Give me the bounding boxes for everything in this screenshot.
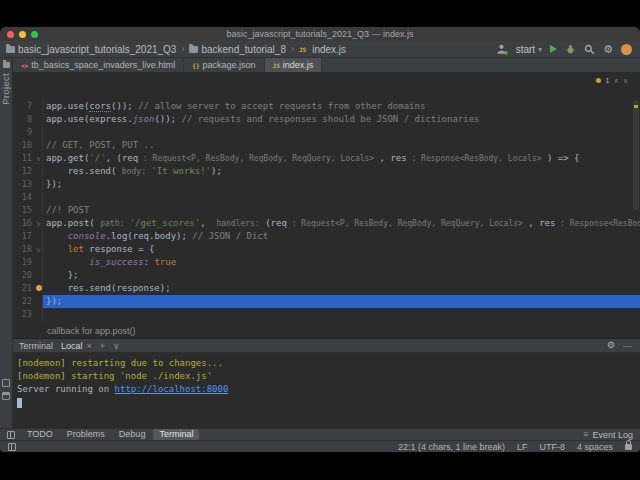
editor-tab-index.js[interactable]: JSindex.js xyxy=(265,58,323,72)
line-number[interactable]: 9 xyxy=(13,126,35,139)
close-button[interactable] xyxy=(7,31,14,38)
code-line-9[interactable]: 9 xyxy=(13,126,640,139)
close-icon[interactable]: × xyxy=(87,341,92,351)
run-button[interactable] xyxy=(550,45,557,53)
search-icon[interactable] xyxy=(584,44,595,55)
file-encoding[interactable]: UTF-8 xyxy=(539,442,565,452)
breadcrumb-item-backend_tutorial_8[interactable]: backend_tutorial_8 xyxy=(189,44,286,55)
line-number[interactable]: 12 xyxy=(13,165,35,178)
profile-avatar[interactable] xyxy=(621,44,632,55)
code-line-7[interactable]: 7app.use(cors()); // allow server to acc… xyxy=(13,100,640,113)
code-editor[interactable]: 7app.use(cors()); // allow server to acc… xyxy=(13,73,640,325)
code-line-20[interactable]: 20 }; xyxy=(13,269,640,282)
tool-window-debug[interactable]: Debug xyxy=(113,429,152,440)
line-number[interactable]: 15 xyxy=(13,204,35,217)
run-config-selector[interactable]: start ▾ xyxy=(516,44,542,55)
code-line-17[interactable]: 17 console.log(req.body); // JSON / Dict xyxy=(13,230,640,243)
inspections-widget[interactable]: 1 ∧ ∨ xyxy=(596,76,628,85)
line-number[interactable]: 18 xyxy=(13,243,35,256)
code-line-14[interactable]: 14 xyxy=(13,191,640,204)
project-tool-label[interactable]: Project xyxy=(1,73,11,105)
code-line-21[interactable]: 21 res.send(response); xyxy=(13,282,640,295)
line-number[interactable]: 11 xyxy=(13,152,35,165)
code-text: app.post( path: '/get_scores', handlers:… xyxy=(43,217,640,230)
line-number[interactable]: 8 xyxy=(13,113,35,126)
readonly-lock-icon[interactable] xyxy=(625,444,632,450)
line-number[interactable]: 7 xyxy=(13,100,35,113)
zoom-button[interactable] xyxy=(31,31,38,38)
js-file-icon: JS xyxy=(273,62,280,69)
token-plain: app.use( xyxy=(46,101,89,111)
line-number[interactable]: 19 xyxy=(13,256,35,269)
tool-window-todo[interactable]: TODO xyxy=(21,429,59,440)
line-number[interactable]: 17 xyxy=(13,230,35,243)
terminal-output[interactable]: [nodemon] restarting due to changes...[n… xyxy=(13,353,640,428)
event-log-label: Event Log xyxy=(592,430,633,440)
line-number[interactable]: 21 xyxy=(13,282,35,295)
editor-tab-package.json[interactable]: {}package.json xyxy=(184,58,264,72)
terminal-text: [nodemon] restarting due to changes... xyxy=(17,358,223,368)
line-number[interactable]: 22 xyxy=(13,295,35,308)
intention-bulb-icon[interactable] xyxy=(36,285,42,291)
fold-gutter xyxy=(35,165,43,178)
structure-tool-icon[interactable] xyxy=(2,379,10,387)
fold-gutter[interactable]: ∨ xyxy=(35,243,43,256)
settings-gear-icon[interactable]: ⚙ xyxy=(603,44,613,55)
code-line-10[interactable]: 10// GET, POST, PUT .. xyxy=(13,139,640,152)
fold-gutter[interactable]: ∨ xyxy=(35,217,43,230)
window-layout-icon[interactable] xyxy=(7,431,15,439)
intention-gutter[interactable] xyxy=(35,282,43,295)
token-hint: : Request<P, ResBody, ReqBody, ReqQuery,… xyxy=(287,219,523,228)
terminal-dropdown-icon[interactable]: ∨ xyxy=(113,341,120,351)
line-number[interactable]: 10 xyxy=(13,139,35,152)
line-number[interactable]: 14 xyxy=(13,191,35,204)
line-number[interactable]: 13 xyxy=(13,178,35,191)
event-log-button[interactable]: ≡ Event Log xyxy=(584,430,633,440)
terminal-link[interactable]: http://localhost:8000 xyxy=(115,384,229,394)
breadcrumb-item-index.js[interactable]: JSindex.js xyxy=(299,44,346,55)
hide-tool-window-icon[interactable]: — xyxy=(623,341,632,351)
code-line-19[interactable]: 19 is_success: true xyxy=(13,256,640,269)
next-issue-icon[interactable]: ∨ xyxy=(623,77,628,85)
code-line-12[interactable]: 12 res.send( body: 'It works!'); xyxy=(13,165,640,178)
warning-stripe-mark[interactable] xyxy=(634,105,638,108)
context-breadcrumb: callback for app.post() xyxy=(13,325,640,338)
scrollbar-thumb[interactable] xyxy=(633,100,639,210)
code-line-23[interactable]: 23 xyxy=(13,308,640,321)
project-tool-icon[interactable] xyxy=(3,62,10,68)
terminal-line: [nodemon] restarting due to changes... xyxy=(17,357,640,370)
prev-issue-icon[interactable]: ∧ xyxy=(614,77,619,85)
toolwindow-toggle-icon[interactable] xyxy=(8,443,16,451)
new-terminal-button[interactable]: + xyxy=(100,341,105,351)
debug-bug-icon[interactable] xyxy=(565,44,576,55)
line-number[interactable]: 23 xyxy=(13,308,35,321)
token-plain: }; xyxy=(46,270,79,280)
terminal-settings-icon[interactable]: ⚙ xyxy=(607,341,615,350)
breadcrumb-item-basic_javascript_tutorials_2021_Q3[interactable]: basic_javascript_tutorials_2021_Q3 xyxy=(6,44,176,55)
code-line-15[interactable]: 15//! POST xyxy=(13,204,640,217)
code-line-22[interactable]: 22}); xyxy=(13,295,640,308)
code-line-18[interactable]: 18∨ let response = { xyxy=(13,243,640,256)
minimize-button[interactable] xyxy=(19,31,26,38)
code-line-13[interactable]: 13}); xyxy=(13,178,640,191)
code-line-16[interactable]: 16∨app.post( path: '/get_scores', handle… xyxy=(13,217,640,230)
terminal-tab-local[interactable]: Local × xyxy=(61,341,92,351)
code-line-8[interactable]: 8app.use(express.json()); // requests an… xyxy=(13,113,640,126)
code-line-11[interactable]: 11∨app.get('/', (req : Request<P, ResBod… xyxy=(13,152,640,165)
editor-scrollbar[interactable] xyxy=(632,73,640,325)
line-separator[interactable]: LF xyxy=(517,442,528,452)
editor-tab-tb_basics_space_invaders_live.html[interactable]: <>tb_basics_space_invaders_live.html xyxy=(13,58,184,72)
tool-window-terminal[interactable]: Terminal xyxy=(153,429,199,440)
token-kw: true xyxy=(154,257,176,267)
window-controls xyxy=(7,27,38,41)
fold-gutter[interactable]: ∨ xyxy=(35,152,43,165)
user-avatar-icon[interactable] xyxy=(496,43,508,55)
tool-window-problems[interactable]: Problems xyxy=(61,429,111,440)
caret-position[interactable]: 22:1 (4 chars, 1 line break) xyxy=(398,442,505,452)
terminal-line: Server running on http://localhost:8000 xyxy=(17,383,640,396)
indent-info[interactable]: 4 spaces xyxy=(577,442,613,452)
line-number[interactable]: 20 xyxy=(13,269,35,282)
line-number[interactable]: 16 xyxy=(13,217,35,230)
navbar-breadcrumbs: basic_javascript_tutorials_2021_Q3›backe… xyxy=(6,44,346,55)
favorites-tool-icon[interactable] xyxy=(2,392,10,400)
